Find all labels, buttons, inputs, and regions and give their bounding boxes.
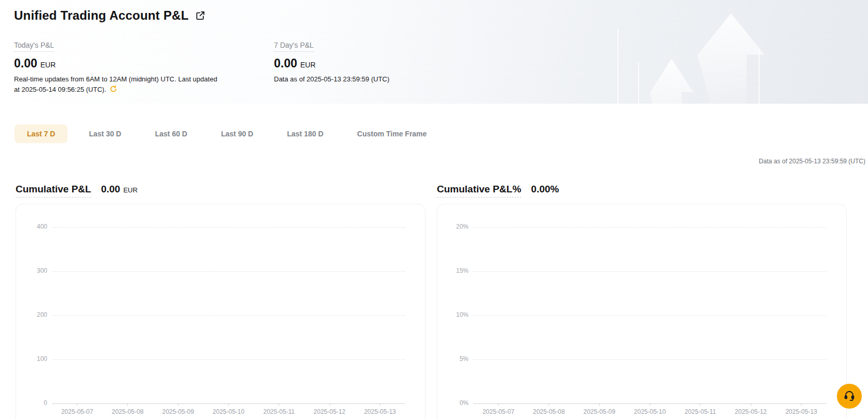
cumulative-pnl-pct-chart-column: Cumulative P&L% 0.00% 20%15%10%5%0%2025-… bbox=[437, 184, 847, 419]
up-arrow-graphic-large bbox=[697, 13, 765, 104]
axis-tick bbox=[700, 403, 700, 406]
y-axis-label: 400 bbox=[24, 223, 47, 230]
axis-tick bbox=[650, 403, 650, 406]
seven-day-pnl-note: Data as of 2025-05-13 23:59:59 (UTC) bbox=[274, 74, 390, 85]
time-range-tabs: Last 7 DLast 30 DLast 60 DLast 90 DLast … bbox=[15, 124, 439, 143]
todays-pnl-note: Real-time updates from 6AM to 12AM (midn… bbox=[14, 74, 224, 96]
gridline bbox=[473, 227, 826, 228]
y-axis-label: 5% bbox=[446, 355, 469, 362]
banner-wick-line bbox=[638, 62, 639, 104]
data-as-of-status: Data as of 2025-05-13 23:59:59 (UTC) bbox=[759, 158, 865, 165]
axis-tick bbox=[77, 403, 77, 406]
gridline bbox=[473, 271, 826, 272]
axis-tick bbox=[751, 403, 751, 406]
gridline bbox=[52, 271, 405, 272]
seven-day-pnl-label[interactable]: 7 Day's P&L bbox=[274, 41, 314, 52]
x-axis-ticks bbox=[52, 403, 405, 406]
cumulative-pnl-chart-column: Cumulative P&L 0.00 EUR 4003002001000202… bbox=[16, 184, 425, 419]
x-axis-labels: 2025-05-072025-05-082025-05-092025-05-10… bbox=[473, 408, 826, 415]
x-axis-label: 2025-05-10 bbox=[625, 408, 675, 415]
cumulative-pnl-unit: EUR bbox=[123, 186, 137, 194]
tab-last-60d[interactable]: Last 60 D bbox=[143, 124, 200, 143]
gridline bbox=[473, 315, 826, 316]
support-chat-button[interactable] bbox=[837, 384, 862, 409]
x-axis-label: 2025-05-13 bbox=[776, 408, 826, 415]
x-axis-label: 2025-05-09 bbox=[153, 408, 203, 415]
axis-tick bbox=[228, 403, 229, 406]
charts-section: Cumulative P&L 0.00 EUR 4003002001000202… bbox=[16, 184, 847, 419]
tab-last-180d[interactable]: Last 180 D bbox=[274, 124, 336, 143]
y-axis-label: 20% bbox=[446, 223, 469, 230]
axis-tick bbox=[279, 403, 279, 406]
x-axis-label: 2025-05-11 bbox=[675, 408, 725, 415]
cumulative-pnl-header: Cumulative P&L 0.00 EUR bbox=[16, 184, 425, 197]
x-axis-label: 2025-05-12 bbox=[304, 408, 354, 415]
axis-tick bbox=[498, 403, 499, 406]
axis-tick bbox=[127, 403, 128, 406]
headset-icon bbox=[843, 389, 856, 403]
tab-last-7d[interactable]: Last 7 D bbox=[15, 124, 67, 143]
y-axis-label: 300 bbox=[24, 267, 47, 274]
todays-pnl-currency: EUR bbox=[40, 61, 56, 69]
axis-tick bbox=[178, 403, 178, 406]
gridline bbox=[473, 359, 826, 360]
cumulative-pnl-pct-title[interactable]: Cumulative P&L% bbox=[437, 184, 521, 198]
seven-day-pnl-value: 0.00EUR bbox=[274, 57, 390, 71]
y-axis-label: 0% bbox=[446, 399, 469, 407]
axis-tick bbox=[329, 403, 330, 406]
seven-day-pnl-stat: 7 Day's P&L 0.00EUR Data as of 2025-05-1… bbox=[274, 40, 390, 85]
banner-wick-line bbox=[617, 29, 618, 104]
x-axis-label: 2025-05-07 bbox=[52, 408, 102, 415]
cumulative-pnl-title[interactable]: Cumulative P&L bbox=[16, 184, 91, 198]
todays-pnl-value: 0.00EUR bbox=[14, 57, 224, 71]
unified-trading-pnl-page: Unified Trading Account P&L Today's P&L … bbox=[0, 0, 868, 419]
cumulative-pnl-pct-header: Cumulative P&L% 0.00% bbox=[437, 184, 847, 197]
x-axis-label: 2025-05-10 bbox=[203, 408, 254, 415]
y-axis-label: 15% bbox=[446, 267, 469, 274]
cumulative-pnl-value: 0.00 bbox=[101, 184, 120, 195]
page-title: Unified Trading Account P&L bbox=[14, 8, 205, 23]
seven-day-pnl-amount: 0.00 bbox=[274, 57, 297, 70]
external-link-icon[interactable] bbox=[195, 10, 205, 21]
todays-pnl-amount: 0.00 bbox=[14, 57, 37, 70]
cumulative-pnl-pct-value: 0.00% bbox=[531, 184, 559, 195]
x-axis-label: 2025-05-12 bbox=[725, 408, 776, 415]
up-arrow-graphic-small bbox=[650, 59, 693, 104]
gridline bbox=[52, 227, 405, 228]
y-axis-label: 200 bbox=[24, 311, 47, 318]
x-axis-label: 2025-05-09 bbox=[574, 408, 625, 415]
x-axis-label: 2025-05-11 bbox=[254, 408, 304, 415]
axis-tick bbox=[801, 403, 802, 406]
tab-last-90d[interactable]: Last 90 D bbox=[209, 124, 266, 143]
gridline bbox=[52, 359, 405, 360]
todays-pnl-stat: Today's P&L 0.00EUR Real-time updates fr… bbox=[14, 40, 224, 96]
banner-wick-line bbox=[759, 49, 760, 104]
page-title-text: Unified Trading Account P&L bbox=[14, 8, 189, 23]
todays-pnl-label[interactable]: Today's P&L bbox=[14, 41, 54, 52]
x-axis-label: 2025-05-08 bbox=[523, 408, 574, 415]
axis-tick bbox=[599, 403, 600, 406]
y-axis-label: 100 bbox=[24, 355, 47, 362]
x-axis-ticks bbox=[473, 403, 826, 406]
y-axis-label: 0 bbox=[24, 399, 47, 407]
seven-day-pnl-currency: EUR bbox=[300, 61, 316, 69]
axis-tick bbox=[548, 403, 549, 406]
y-axis-label: 10% bbox=[446, 311, 469, 318]
refresh-icon[interactable] bbox=[109, 85, 117, 96]
x-axis-label: 2025-05-08 bbox=[102, 408, 153, 415]
cumulative-pnl-pct-chart: 20%15%10%5%0%2025-05-072025-05-082025-05… bbox=[437, 204, 847, 419]
axis-tick bbox=[380, 403, 380, 406]
tab-custom-time-frame[interactable]: Custom Time Frame bbox=[345, 124, 439, 143]
tab-last-30d[interactable]: Last 30 D bbox=[76, 124, 133, 143]
x-axis-labels: 2025-05-072025-05-082025-05-092025-05-10… bbox=[52, 408, 405, 415]
cumulative-pnl-chart: 40030020010002025-05-072025-05-082025-05… bbox=[16, 204, 425, 419]
x-axis-label: 2025-05-07 bbox=[473, 408, 523, 415]
gridline bbox=[52, 315, 405, 316]
x-axis-label: 2025-05-13 bbox=[355, 408, 405, 415]
